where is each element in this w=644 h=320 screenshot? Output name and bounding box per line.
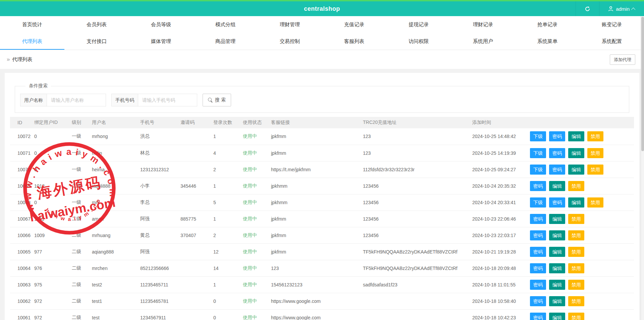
password-button[interactable]: 密码 bbox=[549, 165, 565, 175]
nav-item-理财记录[interactable]: 理财记录 bbox=[451, 16, 515, 33]
username-label: 用户名称 bbox=[20, 94, 47, 106]
edit-button[interactable]: 编辑 bbox=[549, 280, 565, 290]
nav-item-代理列表[interactable]: 代理列表 bbox=[0, 33, 64, 50]
nav-item-账变记录[interactable]: 账变记录 bbox=[580, 16, 644, 33]
column-header bbox=[530, 117, 634, 128]
nav-item-系统用户[interactable]: 系统用户 bbox=[451, 33, 515, 50]
cell-username: mrli bbox=[92, 194, 140, 211]
disable-button[interactable]: 禁用 bbox=[587, 165, 603, 175]
disable-button[interactable]: 禁用 bbox=[587, 131, 603, 141]
edit-button[interactable]: 编辑 bbox=[549, 230, 565, 240]
column-header: 登录次数 bbox=[213, 117, 243, 128]
column-header: 用户名 bbox=[92, 117, 140, 128]
nav-item-商品管理[interactable]: 商品管理 bbox=[193, 33, 258, 50]
nav-item-系统菜单[interactable]: 系统菜单 bbox=[515, 33, 580, 50]
user-menu[interactable]: admin bbox=[599, 1, 644, 16]
nav-item-系统配置[interactable]: 系统配置 bbox=[580, 33, 644, 50]
password-button[interactable]: 密码 bbox=[530, 247, 546, 257]
nav-item-会员列表[interactable]: 会员列表 bbox=[64, 16, 129, 33]
disable-button[interactable]: 禁用 bbox=[568, 181, 584, 191]
password-button[interactable]: 密码 bbox=[549, 197, 565, 208]
cell-bind_user_id: 1009 bbox=[34, 227, 72, 243]
subordinate-button[interactable]: 下级 bbox=[530, 197, 546, 208]
password-button[interactable]: 密码 bbox=[530, 296, 546, 306]
status-badge: 使用中 bbox=[243, 167, 257, 172]
disable-button[interactable]: 禁用 bbox=[568, 313, 584, 320]
add-agent-button[interactable]: 添加代理 bbox=[610, 54, 635, 65]
cell-status: 使用中 bbox=[243, 309, 271, 320]
column-header: 邀请码 bbox=[180, 117, 213, 128]
disable-button[interactable]: 禁用 bbox=[568, 214, 584, 224]
cell-bind_user_id: 0 bbox=[34, 194, 72, 211]
nav-item-首页统计[interactable]: 首页统计 bbox=[0, 16, 64, 33]
disable-button[interactable]: 禁用 bbox=[568, 247, 584, 257]
cell-service_link: jpkfmm bbox=[271, 243, 363, 260]
disable-button[interactable]: 禁用 bbox=[568, 230, 584, 240]
search-button[interactable]: 搜 索 bbox=[203, 94, 231, 106]
password-button[interactable]: 密码 bbox=[549, 131, 565, 141]
cell-level: 二级 bbox=[72, 227, 92, 243]
vertical-scrollbar[interactable] bbox=[641, 16, 644, 320]
nav-item-交易控制[interactable]: 交易控制 bbox=[258, 33, 322, 50]
cell-id: 10071 bbox=[10, 145, 34, 161]
cell-invite_code: 885775 bbox=[180, 211, 213, 227]
cell-username: mrhuang bbox=[92, 227, 140, 243]
table-row: 10063975二级test2112354657111使用中1545612321… bbox=[10, 276, 634, 293]
edit-button[interactable]: 编辑 bbox=[549, 247, 565, 257]
nav-item-理财管理[interactable]: 理财管理 bbox=[258, 16, 322, 33]
cell-created_at: 2024-10-23 22:06:46 bbox=[472, 211, 530, 227]
subordinate-button[interactable]: 下级 bbox=[530, 131, 546, 141]
nav-item-充值记录[interactable]: 充值记录 bbox=[322, 16, 386, 33]
cell-created_at: 2024-10-18 20:09:48 bbox=[472, 260, 530, 276]
subordinate-button[interactable]: 下级 bbox=[530, 148, 546, 158]
disable-button[interactable]: 禁用 bbox=[568, 263, 584, 273]
cell-level: 二级 bbox=[72, 260, 92, 276]
subordinate-button[interactable]: 下级 bbox=[530, 165, 546, 175]
table-row: 100691012二级xiaoli888小李3454461使用中jpkhmm12… bbox=[10, 178, 634, 194]
disable-button[interactable]: 禁用 bbox=[587, 197, 603, 208]
phone-input-group: 手机号码 bbox=[111, 94, 197, 106]
refresh-button[interactable] bbox=[576, 1, 599, 16]
edit-button[interactable]: 编辑 bbox=[549, 181, 565, 191]
disable-button[interactable]: 禁用 bbox=[587, 148, 603, 158]
scrollbar-thumb[interactable] bbox=[641, 17, 644, 151]
cell-level: 二级 bbox=[72, 211, 92, 227]
cell-trc20_address: 112fdsfd2r3r32r3223r23r bbox=[363, 161, 472, 178]
edit-button[interactable]: 编辑 bbox=[568, 165, 584, 175]
nav-item-抢单记录[interactable]: 抢单记录 bbox=[515, 16, 580, 33]
password-button[interactable]: 密码 bbox=[530, 230, 546, 240]
edit-button[interactable]: 编辑 bbox=[568, 131, 584, 141]
password-button[interactable]: 密码 bbox=[530, 313, 546, 320]
nav-item-客服列表[interactable]: 客服列表 bbox=[322, 33, 386, 50]
edit-button[interactable]: 编辑 bbox=[549, 214, 565, 224]
cell-trc20_address: TF5kFH9NQQAABz22ryDKAAdETf88VZCtRf bbox=[363, 243, 472, 260]
edit-button[interactable]: 编辑 bbox=[549, 313, 565, 320]
disable-button[interactable]: 禁用 bbox=[568, 296, 584, 306]
nav-item-会员等级[interactable]: 会员等级 bbox=[129, 16, 193, 33]
cell-created_at: 2024-10-23 22:03:17 bbox=[472, 227, 530, 243]
password-button[interactable]: 密码 bbox=[530, 214, 546, 224]
edit-button[interactable]: 编辑 bbox=[549, 263, 565, 273]
username-input[interactable] bbox=[47, 94, 106, 106]
nav-item-模式分组[interactable]: 模式分组 bbox=[193, 16, 258, 33]
nav-item-提现记录[interactable]: 提现记录 bbox=[386, 16, 451, 33]
status-badge: 使用中 bbox=[243, 315, 257, 320]
cell-level: 二级 bbox=[72, 276, 92, 293]
password-button[interactable]: 密码 bbox=[530, 181, 546, 191]
cell-actions: 密码编辑禁用 bbox=[530, 211, 634, 227]
password-button[interactable]: 密码 bbox=[530, 280, 546, 290]
password-button[interactable]: 密码 bbox=[530, 263, 546, 273]
agents-table: ID绑定用户ID级别用户名手机号邀请码登录次数使用状态客服链接TRC20充值地址… bbox=[10, 117, 634, 320]
cell-username: aqiang888 bbox=[92, 243, 140, 260]
edit-button[interactable]: 编辑 bbox=[568, 197, 584, 208]
cell-actions: 密码编辑禁用 bbox=[530, 227, 634, 243]
phone-input[interactable] bbox=[138, 94, 197, 106]
nav-row-2: 代理列表支付接口媒体管理商品管理交易控制客服列表访问权限系统用户系统菜单系统配置 bbox=[0, 33, 644, 50]
nav-item-媒体管理[interactable]: 媒体管理 bbox=[129, 33, 193, 50]
nav-item-访问权限[interactable]: 访问权限 bbox=[386, 33, 451, 50]
edit-button[interactable]: 编辑 bbox=[568, 148, 584, 158]
disable-button[interactable]: 禁用 bbox=[568, 280, 584, 290]
password-button[interactable]: 密码 bbox=[549, 148, 565, 158]
nav-item-支付接口[interactable]: 支付接口 bbox=[64, 33, 129, 50]
edit-button[interactable]: 编辑 bbox=[549, 296, 565, 306]
